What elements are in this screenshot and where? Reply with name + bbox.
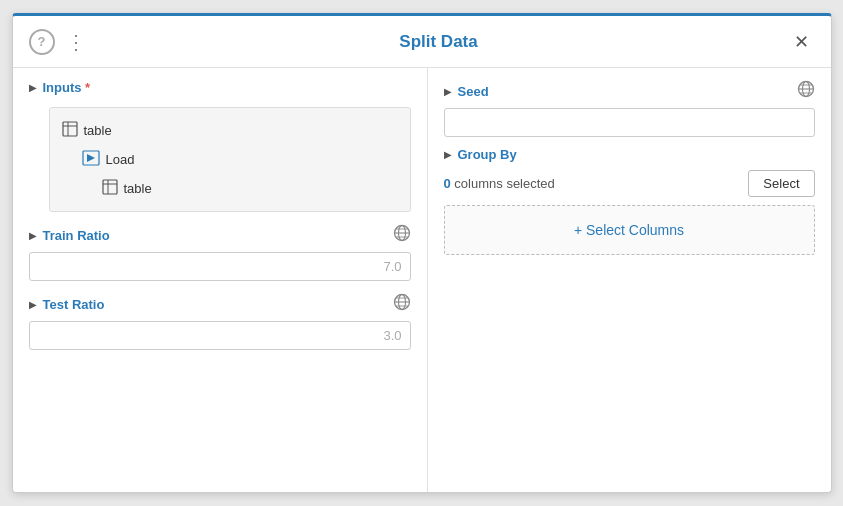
tree-label-table-1: table <box>84 123 112 138</box>
groupby-section: ▶ Group By 0 columns selected Select + S… <box>444 147 815 255</box>
tree-label-table-2: table <box>124 181 152 196</box>
seed-header-row: ▶ Seed <box>444 80 815 102</box>
inputs-arrow: ▶ <box>29 82 37 93</box>
train-ratio-input[interactable] <box>29 252 411 281</box>
header-left-icons: ? ⋮ <box>29 29 89 55</box>
columns-count: 0 <box>444 176 451 191</box>
tree-item-load: Load <box>50 145 410 174</box>
dialog-header: ? ⋮ Split Data ✕ <box>13 16 831 68</box>
train-ratio-section: ▶ Train Ratio <box>29 224 411 281</box>
train-ratio-globe-icon <box>393 224 411 246</box>
help-icon[interactable]: ? <box>29 29 55 55</box>
dialog-body: ▶ Inputs table <box>13 68 831 492</box>
seed-section: ▶ Seed <box>444 80 815 137</box>
tree-item-table-2: table <box>50 174 410 203</box>
seed-input[interactable] <box>444 108 815 137</box>
select-button[interactable]: Select <box>748 170 814 197</box>
right-panel: ▶ Seed ▶ <box>428 68 831 492</box>
test-ratio-arrow: ▶ <box>29 299 37 310</box>
inputs-tree: table Load <box>49 107 411 212</box>
test-ratio-globe-icon <box>393 293 411 315</box>
test-ratio-input[interactable] <box>29 321 411 350</box>
train-ratio-arrow: ▶ <box>29 230 37 241</box>
test-ratio-label: Test Ratio <box>43 297 105 312</box>
dialog-title: Split Data <box>89 32 789 52</box>
table-icon-1 <box>62 121 78 140</box>
close-button[interactable]: ✕ <box>789 29 815 55</box>
inputs-section-header[interactable]: ▶ Inputs <box>29 80 411 95</box>
test-ratio-header[interactable]: ▶ Test Ratio <box>29 293 411 315</box>
table-icon-2 <box>102 179 118 198</box>
split-data-dialog: ? ⋮ Split Data ✕ ▶ Inputs <box>12 13 832 493</box>
menu-icon[interactable]: ⋮ <box>63 29 89 55</box>
test-ratio-section: ▶ Test Ratio <box>29 293 411 350</box>
columns-selected-text: 0 columns selected <box>444 176 555 191</box>
columns-selected-suffix: columns selected <box>454 176 554 191</box>
groupby-header[interactable]: ▶ Group By <box>444 147 815 162</box>
inputs-label: Inputs <box>43 80 91 95</box>
train-ratio-label: Train Ratio <box>43 228 110 243</box>
svg-marker-4 <box>87 154 95 162</box>
seed-globe-icon <box>797 80 815 102</box>
svg-rect-0 <box>63 122 77 136</box>
groupby-arrow: ▶ <box>444 149 452 160</box>
left-panel: ▶ Inputs table <box>13 68 428 492</box>
tree-label-load: Load <box>106 152 135 167</box>
tree-item-table-1: table <box>50 116 410 145</box>
select-columns-box[interactable]: + Select Columns <box>444 205 815 255</box>
groupby-row: 0 columns selected Select <box>444 170 815 197</box>
svg-rect-5 <box>103 180 117 194</box>
seed-arrow: ▶ <box>444 86 452 97</box>
load-arrow-icon <box>82 150 100 169</box>
train-ratio-header[interactable]: ▶ Train Ratio <box>29 224 411 246</box>
groupby-label: Group By <box>458 147 517 162</box>
seed-label: Seed <box>458 84 489 99</box>
